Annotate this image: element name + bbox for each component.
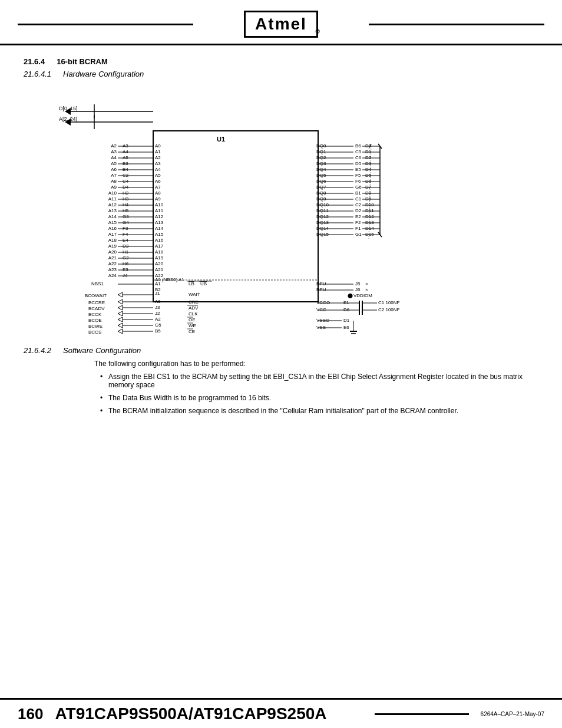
- svg-text:F5: F5: [355, 173, 361, 178]
- svg-text:A18: A18: [108, 238, 117, 243]
- svg-text:E5: E5: [355, 167, 361, 172]
- svg-text:J5: J5: [355, 281, 361, 286]
- svg-text:G5: G5: [155, 322, 161, 328]
- footer-line: [375, 713, 469, 715]
- document-ref: 6264A–CAP–21-May-07: [481, 711, 544, 717]
- subsection-title: Hardware Configuration: [63, 70, 144, 78]
- svg-text:C1 100NF: C1 100NF: [378, 300, 400, 305]
- svg-text:A1: A1: [155, 149, 161, 154]
- svg-text:A20: A20: [155, 261, 164, 266]
- svg-text:B5: B5: [155, 328, 161, 334]
- svg-text:NBS1: NBS1: [91, 281, 104, 286]
- header-left-line: [18, 24, 193, 25]
- svg-text:CRE: CRE: [189, 299, 199, 305]
- svg-text:D5: D5: [355, 161, 362, 166]
- svg-text:C2 100NF: C2 100NF: [378, 307, 400, 312]
- svg-text:×: ×: [365, 287, 368, 292]
- svg-text:×: ×: [365, 281, 368, 286]
- svg-text:A16: A16: [108, 226, 117, 231]
- svg-text:D2: D2: [355, 208, 362, 213]
- bullet-item-3: The BCRAM initialization sequence is des…: [100, 407, 538, 415]
- svg-text:C2: C2: [355, 202, 362, 207]
- svg-text:F6: F6: [355, 179, 361, 184]
- svg-text:A19: A19: [155, 255, 164, 261]
- atmel-logo: Atmel: [193, 11, 369, 38]
- main-content: 21.6.416-bit BCRAM 21.6.4.1Hardware Conf…: [0, 45, 562, 431]
- svg-text:ADV: ADV: [189, 305, 199, 311]
- svg-text:A0  (NBS0)  A1: A0 (NBS0) A1: [155, 277, 184, 282]
- svg-text:A3: A3: [155, 161, 161, 166]
- svg-text:A10: A10: [108, 190, 117, 196]
- bullet-item-1: Assign the EBI CS1 to the BCRAM by setti…: [100, 373, 538, 389]
- svg-text:BCWE: BCWE: [88, 324, 103, 329]
- svg-text:A10: A10: [155, 202, 164, 207]
- page-header: Atmel: [0, 0, 562, 45]
- svg-text:A22: A22: [108, 261, 117, 266]
- svg-marker-235: [118, 323, 123, 328]
- svg-text:A14: A14: [108, 214, 117, 219]
- section-title: 16-bit BCRAM: [57, 57, 108, 66]
- svg-text:A21: A21: [108, 255, 117, 261]
- circuit-diagram-svg: D[0..15] A[2..24] U1 A2 A3: [59, 87, 436, 334]
- sw-config-bullets: Assign the EBI CS1 to the BCRAM by setti…: [100, 373, 538, 415]
- svg-text:A8: A8: [155, 190, 161, 196]
- svg-text:A16: A16: [155, 238, 164, 243]
- svg-text:A2: A2: [155, 317, 161, 322]
- svg-text:U1: U1: [217, 136, 225, 143]
- svg-marker-213: [118, 299, 123, 304]
- svg-text:E6: E6: [343, 325, 349, 330]
- svg-text:A17: A17: [108, 232, 117, 237]
- svg-text:G1: G1: [355, 232, 362, 237]
- svg-text:B1: B1: [355, 190, 361, 196]
- svg-text:C1: C1: [355, 196, 362, 202]
- svg-text:A5: A5: [155, 173, 161, 178]
- svg-text:BCOWAIT: BCOWAIT: [85, 293, 107, 298]
- header-right-line: [369, 24, 544, 25]
- svg-text:A4: A4: [111, 155, 117, 160]
- svg-text:A15: A15: [155, 232, 164, 237]
- svg-text:A3: A3: [111, 149, 117, 154]
- svg-text:A13: A13: [155, 220, 164, 225]
- svg-text:A[2..24]: A[2..24]: [59, 116, 77, 122]
- svg-text:A6: A6: [155, 299, 161, 304]
- svg-text:A11: A11: [155, 208, 164, 213]
- svg-text:A7: A7: [155, 185, 161, 190]
- section-heading-21-6-4: 21.6.416-bit BCRAM: [24, 57, 538, 66]
- svg-text:WAIT: WAIT: [189, 292, 200, 297]
- svg-text:A12: A12: [108, 202, 117, 207]
- svg-text:A21: A21: [155, 267, 164, 272]
- svg-text:BCCRE: BCCRE: [88, 300, 105, 305]
- svg-text:D[0..15]: D[0..15]: [59, 106, 78, 111]
- svg-text:A11: A11: [108, 196, 117, 202]
- svg-text:A18: A18: [155, 249, 164, 255]
- svg-marker-241: [118, 329, 123, 334]
- svg-text:OE: OE: [189, 317, 196, 322]
- svg-text:A19: A19: [108, 243, 117, 249]
- svg-text:UB: UB: [200, 281, 207, 286]
- section-number: 21.6.4: [24, 57, 45, 66]
- svg-text:G6: G6: [355, 185, 362, 190]
- svg-text:A6: A6: [111, 167, 117, 172]
- svg-text:A8: A8: [111, 179, 117, 184]
- svg-text:A7: A7: [111, 173, 117, 178]
- svg-text:LB: LB: [189, 281, 194, 286]
- svg-text:A6: A6: [155, 179, 161, 184]
- svg-text:A15: A15: [108, 220, 117, 225]
- svg-text:⬤: ⬤: [348, 293, 353, 298]
- svg-text:BCOE: BCOE: [88, 318, 102, 323]
- document-title: AT91CAP9S500A/AT91CAP9S250A: [55, 704, 368, 723]
- svg-text:A4: A4: [155, 167, 161, 172]
- svg-text:A24: A24: [108, 273, 117, 278]
- svg-text:A2: A2: [155, 155, 161, 160]
- svg-text:A9: A9: [155, 196, 161, 202]
- svg-text:BCCS: BCCS: [88, 330, 101, 334]
- svg-text:BCCK: BCCK: [88, 312, 102, 317]
- section-subheading-21-6-4-1: 21.6.4.1Hardware Configuration: [24, 70, 538, 78]
- svg-text:WE: WE: [189, 323, 196, 328]
- sw-config-heading: 21.6.4.2Software Configuration: [24, 346, 538, 355]
- svg-text:A14: A14: [155, 226, 164, 231]
- svg-marker-224: [118, 311, 123, 316]
- svg-text:A20: A20: [108, 249, 117, 255]
- hardware-diagram: D[0..15] A[2..24] U1 A2 A3: [59, 87, 538, 334]
- svg-text:CE: CE: [189, 329, 195, 334]
